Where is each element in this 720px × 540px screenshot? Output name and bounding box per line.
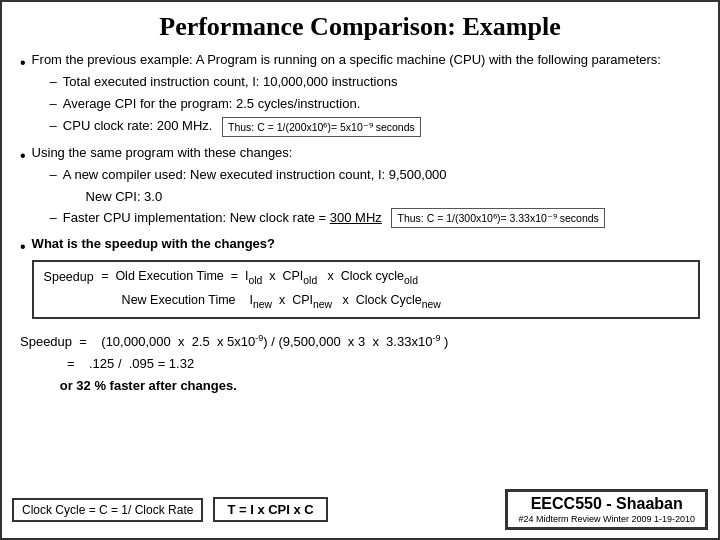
speedup-line2: = .125 / .095 = 1.32: [20, 353, 700, 375]
sub-item-1-2: – Average CPI for the program: 2.5 cycle…: [50, 94, 700, 114]
i-old-sub: old: [248, 275, 262, 286]
i-new-sub: new: [253, 298, 272, 309]
dash-2-1: –: [50, 165, 57, 185]
dash-1-3: –: [50, 116, 57, 136]
sub-2-1-text: A new compiler used: New executed instru…: [63, 165, 447, 185]
bullet-2-sublist: – A new compiler used: New executed inst…: [50, 165, 700, 228]
bottom-bar: Clock Cycle = C = 1/ Clock Rate T = I x …: [12, 489, 708, 530]
eecc-box: EECC550 - Shaaban #24 Midterm Review Win…: [505, 489, 708, 530]
sub-1-2-text: Average CPI for the program: 2.5 cycles/…: [63, 94, 360, 114]
bullet-3-content: What is the speedup with the changes? Sp…: [32, 234, 700, 325]
thus-box-2: Thus: C = 1/(300x10⁶)= 3.33x10⁻⁹ seconds: [391, 208, 604, 228]
sub-item-2-2: – Faster CPU implementation: New clock r…: [50, 208, 700, 229]
thus-box-1: Thus: C = 1/(200x10⁶)= 5x10⁻⁹ seconds: [222, 117, 421, 137]
eecc-line2: #24 Midterm Review Winter 2009 1-19-2010: [518, 514, 695, 524]
sub-item-1-3: – CPU clock rate: 200 MHz. Thus: C = 1/(…: [50, 116, 700, 137]
sub-item-2-1: – A new compiler used: New executed inst…: [50, 165, 700, 185]
sub-1-1-text: Total executed instruction count, I: 10,…: [63, 72, 398, 92]
formula-row-2: New Execution Time Inew x CPInew x Clock…: [122, 290, 688, 313]
slide-title: Performance Comparison: Example: [20, 12, 700, 42]
sub-item-1-1: – Total executed instruction count, I: 1…: [50, 72, 700, 92]
speedup-line1: Speedup = (10,000,000 x 2.5 x 5x10-9) / …: [20, 331, 700, 353]
cpi-new-sub: new: [313, 298, 332, 309]
eecc-line1: EECC550 - Shaaban: [518, 495, 695, 513]
speedup-line3: or 32 % faster after changes.: [20, 375, 700, 397]
bullet-1-text: From the previous example: A Program is …: [32, 50, 700, 139]
content-area: • From the previous example: A Program i…: [20, 50, 700, 397]
dash-1-2: –: [50, 94, 57, 114]
bullet-1: • From the previous example: A Program i…: [20, 50, 700, 139]
bullet-dot-3: •: [20, 235, 26, 260]
formula-row2-text: New Execution Time Inew x CPInew x Clock…: [122, 290, 441, 313]
bullet-dot-1: •: [20, 51, 26, 76]
bullet-dot-2: •: [20, 144, 26, 169]
bullet-1-sublist: – Total executed instruction count, I: 1…: [50, 72, 700, 137]
cpi-old-sub: old: [303, 275, 317, 286]
formula-equals: = Old Execution Time = Iold x CPIold x C…: [98, 266, 418, 289]
sub-1-3-text: CPU clock rate: 200 MHz. Thus: C = 1/(20…: [63, 116, 421, 137]
bullet-2: • Using the same program with these chan…: [20, 143, 700, 230]
sub-2-2-text: Faster CPU implementation: New clock rat…: [63, 208, 605, 229]
formula-box: Speedup = Old Execution Time = Iold x CP…: [32, 260, 700, 318]
dash-1-1: –: [50, 72, 57, 92]
cc-new-sub: new: [422, 298, 441, 309]
new-clock-rate: 300 MHz: [330, 210, 382, 225]
bullet-2-text: Using the same program with these change…: [32, 143, 700, 230]
new-cpi-text: New CPI: 3.0: [86, 189, 163, 204]
speedup-section: Speedup = (10,000,000 x 2.5 x 5x10-9) / …: [20, 331, 700, 398]
slide: Performance Comparison: Example • From t…: [0, 0, 720, 540]
bullet-3-row: • What is the speedup with the changes? …: [20, 234, 700, 325]
speedup-label: Speedup: [44, 267, 94, 288]
bullet-3-main: What is the speedup with the changes?: [32, 236, 275, 251]
bullet-2-main: Using the same program with these change…: [32, 145, 293, 160]
clock-cycle-box: Clock Cycle = C = 1/ Clock Rate: [12, 498, 203, 522]
new-cpi-line: New CPI: 3.0: [86, 187, 700, 207]
cc-old-sub: old: [404, 275, 418, 286]
bullet-1-main: From the previous example: A Program is …: [32, 52, 661, 67]
dash-2-2: –: [50, 208, 57, 228]
t-formula-box: T = I x CPI x C: [213, 497, 327, 522]
formula-row-1: Speedup = Old Execution Time = Iold x CP…: [44, 266, 688, 289]
